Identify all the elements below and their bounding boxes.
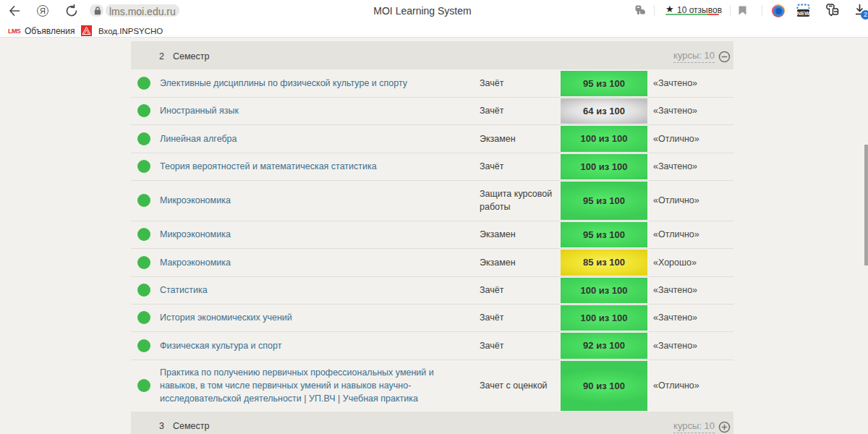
- svg-text:NEW: NEW: [797, 10, 810, 17]
